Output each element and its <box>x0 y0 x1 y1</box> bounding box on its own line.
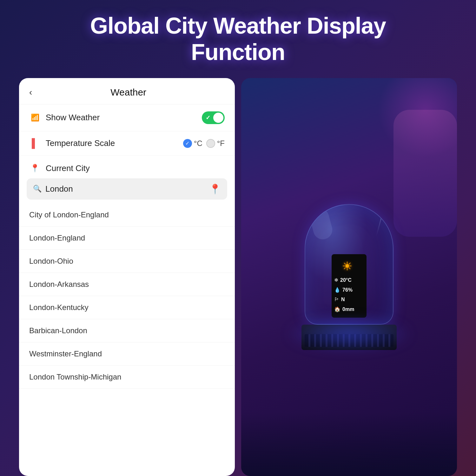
wind-row: 🏳 N <box>334 297 345 302</box>
back-button[interactable]: ‹ <box>29 87 32 97</box>
photo-content: ☀ ❄ 20°C 💧 76% 🏳 N <box>241 78 457 476</box>
temperature-scale-options: ✓ °C °F <box>183 139 225 148</box>
wind-value: N <box>341 297 345 302</box>
humidity-icon: 💧 <box>334 287 340 293</box>
blue-glow-effect <box>286 318 413 350</box>
rain-value: 0mm <box>342 307 354 312</box>
list-item[interactable]: Barbican-London <box>19 319 235 342</box>
temperature-row: ❄ 20°C <box>334 277 352 283</box>
temperature-value: 20°C <box>340 277 352 283</box>
temperature-scale-label: Temperature Scale <box>46 138 183 148</box>
fahrenheit-radio[interactable] <box>206 139 215 148</box>
sun-icon: ☀ <box>342 259 353 273</box>
city-name: London-Kentucky <box>29 303 89 312</box>
humidity-value: 76% <box>342 287 353 293</box>
city-name: London-England <box>29 234 85 242</box>
fahrenheit-option[interactable]: °F <box>206 139 225 148</box>
background-blob-2 <box>393 110 457 237</box>
city-search-container: 🔍 London 📍 <box>27 178 227 200</box>
list-item[interactable]: London-Ohio <box>19 250 235 273</box>
search-icon: 🔍 <box>33 185 42 193</box>
title-line2: Function <box>191 39 285 65</box>
list-item[interactable]: London-Kentucky <box>19 296 235 319</box>
city-name: Barbican-London <box>29 326 87 335</box>
title-line1: Global City Weather Display <box>90 13 386 38</box>
temp-icon: ❄ <box>334 277 338 283</box>
wind-icon: 🏳 <box>334 297 339 302</box>
device-wrapper: ☀ ❄ 20°C 💧 76% 🏳 N <box>301 204 397 350</box>
current-city-section: 📍 Current City <box>19 156 235 176</box>
city-name: London Township-Michigan <box>29 373 121 381</box>
temperature-scale-row: ▌ Temperature Scale ✓ °C °F <box>19 131 235 156</box>
toggle-checkmark: ✓ <box>206 114 210 121</box>
phone-header: ‹ Weather <box>19 78 235 104</box>
city-name: City of London-England <box>29 210 109 219</box>
toggle-container: ✓ <box>202 111 225 124</box>
wifi-icon: 📶 <box>29 114 41 122</box>
list-item[interactable]: London-Arkansas <box>19 273 235 296</box>
celsius-option[interactable]: ✓ °C <box>183 139 202 148</box>
background-surface <box>241 413 457 476</box>
humidity-row: 💧 76% <box>334 287 353 293</box>
fahrenheit-label: °F <box>217 139 225 148</box>
rain-row: 🏠 0mm <box>334 306 354 312</box>
city-search-input[interactable]: London <box>45 184 209 194</box>
city-list: City of London-England London-England Lo… <box>19 203 235 476</box>
weather-screen-title: Weather <box>32 87 225 98</box>
gps-location-icon[interactable]: 📍 <box>209 183 221 195</box>
list-item[interactable]: London Township-Michigan <box>19 366 235 389</box>
phone-panel: ‹ Weather 📶 Show Weather ✓ ▌ Temperature… <box>19 78 235 476</box>
rain-icon: 🏠 <box>334 306 340 312</box>
list-item[interactable]: City of London-England <box>19 203 235 227</box>
thermometer-icon: ▌ <box>29 138 41 149</box>
glass-dome: ☀ ❄ 20°C 💧 76% 🏳 N <box>305 204 393 325</box>
device-screen: ☀ ❄ 20°C 💧 76% 🏳 N <box>332 254 367 318</box>
photo-panel: ☀ ❄ 20°C 💧 76% 🏳 N <box>241 78 457 476</box>
celsius-radio[interactable]: ✓ <box>183 139 192 148</box>
location-pin-icon: 📍 <box>29 164 41 173</box>
main-container: ‹ Weather 📶 Show Weather ✓ ▌ Temperature… <box>19 78 457 476</box>
show-weather-row: 📶 Show Weather ✓ <box>19 104 235 131</box>
dome-reflection <box>376 211 384 236</box>
page-title: Global City Weather Display Function <box>71 0 405 75</box>
list-item[interactable]: London-England <box>19 227 235 250</box>
show-weather-label: Show Weather <box>46 113 202 122</box>
show-weather-toggle[interactable]: ✓ <box>202 111 225 124</box>
city-name: London-Ohio <box>29 257 73 265</box>
city-name: London-Arkansas <box>29 280 89 288</box>
celsius-label: °C <box>194 139 202 148</box>
current-city-label: Current City <box>46 163 90 173</box>
city-name: Westminster-England <box>29 349 102 358</box>
list-item[interactable]: Westminster-England <box>19 342 235 366</box>
